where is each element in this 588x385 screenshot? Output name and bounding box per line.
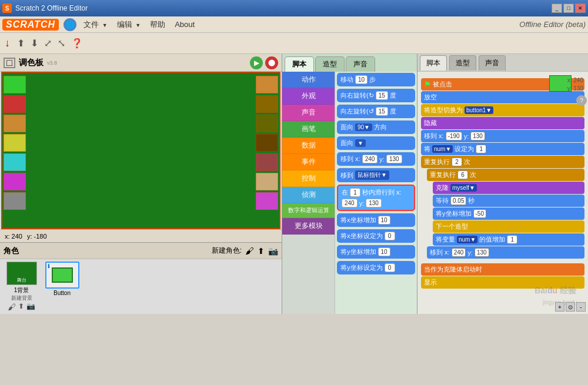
swatch-magenta[interactable] xyxy=(4,173,26,190)
new-backdrop-label: 新建背景 xyxy=(11,294,32,302)
clone-dropdown[interactable]: myself▼ xyxy=(450,184,477,192)
cat-control[interactable]: 控制 xyxy=(282,170,335,187)
zoom-reset-button[interactable]: ⊙ xyxy=(566,302,575,312)
block-face2[interactable]: 面向 ▼ xyxy=(337,136,415,150)
swatch-r3[interactable] xyxy=(256,115,278,132)
cat-more[interactable]: 更多模块 xyxy=(282,218,335,235)
y-coord: y: -180 xyxy=(27,233,47,240)
block-change-y[interactable]: 将y坐标增加 10 xyxy=(337,245,415,259)
cat-pen[interactable]: 画笔 xyxy=(282,121,335,138)
swatch-red[interactable] xyxy=(4,95,26,113)
swatch-r6[interactable] xyxy=(256,173,278,190)
paint-backdrop-icon[interactable]: 🖌 xyxy=(8,302,16,312)
menu-about[interactable]: About xyxy=(170,18,199,31)
upload-backdrop-icon[interactable]: ⬆ xyxy=(18,302,24,312)
minimize-button[interactable]: _ xyxy=(552,4,562,13)
toolbar: ↓ ⬆ ⬇ ⤢ ⤡ ❓ xyxy=(0,33,588,54)
coordinates-display: x: 240 y: 130 xyxy=(567,76,583,93)
tab-sounds[interactable]: 声音 xyxy=(346,56,375,72)
script-clone[interactable]: 克隆 myself▼ xyxy=(433,182,584,194)
maximize-button[interactable]: □ xyxy=(563,4,574,13)
script-goto-xy2[interactable]: 移到 x: 240 y: 130 xyxy=(427,246,584,259)
script-change-y[interactable]: 将y坐标增加 -50 xyxy=(433,207,584,220)
swatch-r7[interactable] xyxy=(256,192,278,210)
script-repeat-2[interactable]: 重复执行 2 次 xyxy=(421,156,584,168)
swatch-r1[interactable] xyxy=(256,76,278,93)
var-dropdown[interactable]: num▼ xyxy=(432,145,453,153)
stop-button[interactable]: ⬤ xyxy=(265,56,278,69)
swatch-green[interactable] xyxy=(4,76,26,93)
upload-sprite-icon[interactable]: ⬆ xyxy=(258,246,265,256)
block-change-x[interactable]: 将x坐标增加 10 xyxy=(337,213,415,227)
tab-costumes[interactable]: 造型 xyxy=(315,56,345,72)
tab-costumes-r[interactable]: 造型 xyxy=(449,55,476,71)
app-icon: S xyxy=(2,4,12,13)
block-goto-xy[interactable]: 移到 x: 240 y: 130 xyxy=(337,152,415,166)
paint-sprite-icon[interactable]: 🖌 xyxy=(245,246,254,256)
download-icon[interactable]: ⬇ xyxy=(31,38,38,49)
block-goto[interactable]: 移到 鼠标指针▼ xyxy=(337,168,415,182)
camera-backdrop-icon[interactable]: 📷 xyxy=(26,302,35,312)
cat-operators[interactable]: 数字和逻辑运算 xyxy=(282,203,335,218)
script-goto-xy[interactable]: 移到 x: -190 y: 130 xyxy=(421,130,584,142)
block-turn-right[interactable]: 向右旋转(↻ 15 度 xyxy=(337,89,415,102)
swatch-teal[interactable] xyxy=(4,153,26,171)
fullscreen-icon[interactable]: ⤢ xyxy=(44,38,52,49)
tab-scripts[interactable]: 脚本 xyxy=(285,56,314,72)
tab-sounds-r[interactable]: 声音 xyxy=(479,55,506,71)
script-wait[interactable]: 等待 0.05 秒 xyxy=(433,195,584,207)
zoom-in-button[interactable]: + xyxy=(555,302,564,312)
globe-icon[interactable]: 🌐 xyxy=(64,18,76,31)
camera-sprite-icon[interactable]: 📷 xyxy=(268,246,278,256)
swatch-r5[interactable] xyxy=(256,153,278,171)
script-canvas[interactable]: x: 240 y: 130 ? ⚑ 被点击 放空 将造型切换为 button1▼… xyxy=(417,72,588,314)
close-button[interactable]: ✕ xyxy=(575,4,586,13)
script-hide[interactable]: 隐藏 xyxy=(421,117,584,129)
green-flag-button[interactable]: ▶ xyxy=(250,56,263,69)
help-button[interactable]: ? xyxy=(576,95,587,106)
swatch-r2[interactable] xyxy=(256,95,278,113)
cat-sensing[interactable]: 侦测 xyxy=(282,187,335,203)
swatch-gray[interactable] xyxy=(4,192,26,210)
block-face[interactable]: 面向 90▼ 方向 xyxy=(337,120,415,134)
script-set-var[interactable]: 将 num▼ 设定为 1 xyxy=(421,143,584,155)
shrink-icon[interactable]: ⤡ xyxy=(58,38,65,49)
stage-coords: x: 240 y: -180 xyxy=(0,229,282,242)
help-icon[interactable]: ❓ xyxy=(71,38,83,49)
block-glide[interactable]: 在 1 秒内滑行到 x: 240 y: 130 xyxy=(337,185,415,211)
cat-data[interactable]: 数据 xyxy=(282,138,335,154)
cat-events[interactable]: 事件 xyxy=(282,154,335,170)
block-move[interactable]: 移动 10 步 xyxy=(337,73,415,86)
upload-icon[interactable]: ⬆ xyxy=(17,38,25,49)
script-switch-costume[interactable]: 将造型切换为 button1▼ xyxy=(421,104,584,116)
block-set-x[interactable]: 将x坐标设定为 0 xyxy=(337,229,415,243)
stage-sprite-item[interactable]: 舞台 1背景 新建背景 🖌 ⬆ 📷 xyxy=(2,262,41,312)
categories-panel: 动作 外观 声音 画笔 数据 事件 控制 侦测 数字和逻辑运算 更多模块 xyxy=(282,72,335,314)
script-clear[interactable]: 放空 xyxy=(421,91,584,103)
script-repeat-6[interactable]: 重复执行 6 次 xyxy=(427,169,584,181)
color-swatches-right xyxy=(256,74,278,227)
script-next-costume[interactable]: 下一个造型 xyxy=(433,220,584,233)
script-change-var[interactable]: 将变量 num▼ 的值增加 1 xyxy=(433,233,584,246)
y-display: y: 130 xyxy=(567,85,583,93)
var2-dropdown[interactable]: num▼ xyxy=(457,236,477,243)
sprites-list: 舞台 1背景 新建背景 🖌 ⬆ 📷 ℹ Butto xyxy=(0,259,282,314)
block-set-y[interactable]: 将y坐标设定为 0 xyxy=(337,261,415,274)
zoom-out-button[interactable]: - xyxy=(576,302,586,312)
down-arrow-icon: ↓ xyxy=(5,37,10,49)
cat-looks[interactable]: 外观 xyxy=(282,88,335,105)
swatch-orange[interactable] xyxy=(4,115,26,132)
costume-dropdown[interactable]: button1▼ xyxy=(465,106,493,114)
tab-script-r[interactable]: 脚本 xyxy=(420,55,447,71)
left-column: □ 调色板 v3.8 ▶ ⬤ xyxy=(0,54,282,314)
menu-file[interactable]: 文件 ▼ xyxy=(79,18,112,32)
cat-motion[interactable]: 动作 xyxy=(282,72,335,88)
cat-sound[interactable]: 声音 xyxy=(282,105,335,121)
swatch-r4[interactable] xyxy=(256,134,278,152)
button-sprite-item[interactable]: ℹ Button xyxy=(43,262,81,312)
block-turn-left[interactable]: 向左旋转(↺ 15 度 xyxy=(337,105,415,118)
script-when-clone[interactable]: 当作为克隆体启动时 xyxy=(421,263,584,276)
menu-help[interactable]: 帮助 xyxy=(145,18,170,32)
menu-edit[interactable]: 编辑 ▼ xyxy=(112,18,146,32)
swatch-yellow[interactable] xyxy=(4,134,26,152)
